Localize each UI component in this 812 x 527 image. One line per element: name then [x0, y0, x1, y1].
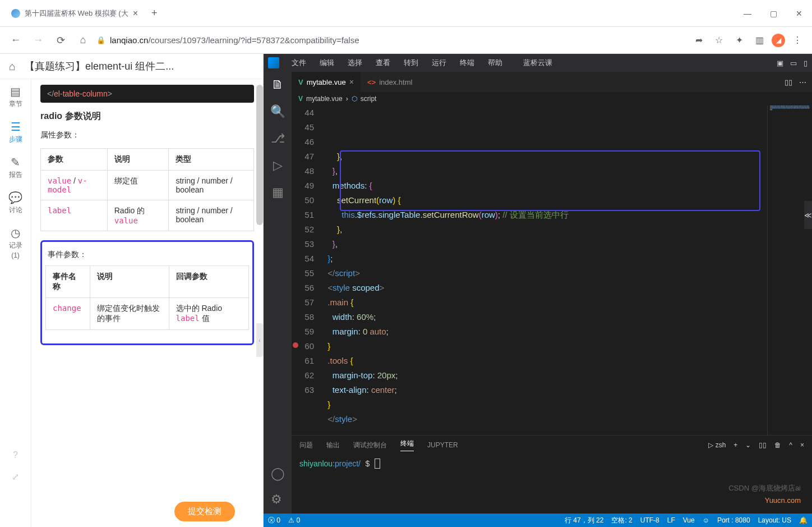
- search-icon[interactable]: 🔍: [270, 104, 285, 119]
- sidebar-item-report[interactable]: ✎报告: [9, 155, 22, 180]
- chevron-down-icon[interactable]: ⌄: [745, 441, 751, 449]
- close-icon[interactable]: ×: [133, 8, 138, 19]
- surf-extension-icon[interactable]: ◢: [772, 34, 785, 47]
- menu-icon[interactable]: ⋮: [790, 33, 805, 48]
- page-title: 【真题练习】element-ui 组件二...: [25, 59, 254, 73]
- menu-view[interactable]: 查看: [370, 56, 396, 70]
- split-editor-icon[interactable]: ▯▯: [785, 78, 792, 86]
- minimize-icon[interactable]: —: [735, 2, 760, 25]
- submit-button[interactable]: 提交检测: [174, 502, 235, 521]
- minimap[interactable]: █████ ███ ████ ██████ ███ ██ ████ ██████…: [767, 106, 812, 435]
- statusbar: ⓧ 0 ⚠ 0 行 47，列 22 空格: 2 UTF-8 LF Vue ☺ P…: [264, 514, 812, 527]
- status-feedback-icon[interactable]: ☺: [703, 516, 709, 524]
- extensions-icon[interactable]: ▦: [272, 185, 284, 200]
- term-tab-debugconsole[interactable]: 调试控制台: [353, 441, 387, 450]
- status-warnings[interactable]: ⚠ 0: [288, 516, 300, 524]
- new-terminal-icon[interactable]: +: [733, 441, 737, 449]
- bookmark-icon[interactable]: ☆: [711, 33, 727, 48]
- side-panel-icon[interactable]: ▥: [751, 33, 767, 48]
- breakpoint-dot-icon[interactable]: [293, 342, 298, 348]
- status-port[interactable]: Port : 8080: [717, 516, 750, 524]
- browser-tab[interactable]: 第十四届蓝桥杯 Web 模拟赛 (大 ×: [4, 3, 145, 24]
- new-tab-button[interactable]: +: [151, 7, 158, 19]
- status-lang[interactable]: Vue: [683, 516, 695, 524]
- collapse-handle[interactable]: ‹: [256, 323, 263, 357]
- explorer-icon[interactable]: 🗎: [271, 77, 284, 92]
- debug-icon[interactable]: ▷: [273, 158, 283, 173]
- term-tab-jupyter[interactable]: JUPYTER: [427, 441, 458, 449]
- menu-go[interactable]: 转到: [398, 56, 424, 70]
- code[interactable]: }, }, methods: { setCurrent(row) { this.…: [323, 106, 767, 435]
- left-header: ⌂ 【真题练习】element-ui 组件二...: [0, 54, 263, 79]
- account-icon[interactable]: ◯: [271, 466, 285, 481]
- terminal-cursor: [375, 459, 380, 469]
- right-collapse-handle[interactable]: ≪: [804, 201, 812, 229]
- home-icon[interactable]: ⌂: [9, 60, 16, 73]
- sidebar-item-steps[interactable]: ☰步骤: [9, 120, 22, 144]
- gear-icon[interactable]: ⚙: [271, 492, 285, 507]
- breadcrumb[interactable]: V mytable.vue › ⬡ script: [292, 92, 812, 106]
- term-tab-problems[interactable]: 问题: [299, 441, 313, 450]
- trash-icon[interactable]: 🗑: [774, 441, 781, 449]
- chat-icon: 💬: [8, 191, 22, 204]
- status-bell-icon[interactable]: 🔔: [799, 516, 808, 524]
- browser-titlebar: 第十四届蓝桥杯 Web 模拟赛 (大 × + — ▢ ✕: [0, 0, 812, 27]
- extensions-icon[interactable]: ✦: [731, 33, 747, 48]
- terminal-shell-label[interactable]: ▷ zsh: [708, 441, 726, 449]
- event-heading: 事件参数：: [48, 250, 249, 260]
- lanqiao-panel: ⌂ 【真题练习】element-ui 组件二... ▤章节 ☰步骤 ✎报告 💬讨…: [0, 54, 264, 527]
- editor: Vmytable.vue× <>index.html ▯▯ ⋯ V mytabl…: [292, 72, 812, 514]
- status-layout[interactable]: Layout: US: [758, 516, 791, 524]
- sidebar-item-chapters[interactable]: ▤章节: [9, 85, 22, 109]
- menu-edit[interactable]: 编辑: [314, 56, 340, 70]
- chevron-up-icon[interactable]: ^: [789, 441, 792, 449]
- home-icon[interactable]: ⌂: [74, 34, 92, 46]
- sidebar-item-record[interactable]: ◷记录(1): [9, 226, 22, 259]
- code-area[interactable]: 4445464748495051525354555657585960616263…: [292, 106, 812, 435]
- menu-select[interactable]: 选择: [342, 56, 368, 70]
- source-control-icon[interactable]: ⎇: [271, 131, 285, 146]
- menu-file[interactable]: 文件: [286, 56, 312, 70]
- code-snippet: </el-table-column>: [40, 85, 254, 103]
- help-icon[interactable]: ?: [13, 450, 18, 460]
- maximize-icon[interactable]: ▢: [760, 2, 786, 25]
- event-table: 事件名称说明回调参数 change绑定值变化时触发的事件选中的 Radio la…: [45, 265, 249, 330]
- tab-index-html[interactable]: <>index.html: [361, 72, 419, 92]
- layout-bottom-icon[interactable]: ▭: [790, 59, 797, 67]
- expand-icon[interactable]: ⤢: [12, 471, 19, 482]
- menu-help[interactable]: 帮助: [482, 56, 508, 70]
- forward-icon[interactable]: →: [29, 34, 47, 46]
- status-encoding[interactable]: UTF-8: [640, 516, 659, 524]
- window-controls: — ▢ ✕: [735, 2, 812, 25]
- sidebar-item-discuss[interactable]: 💬讨论: [8, 191, 22, 215]
- address-bar: ← → ⟳ ⌂ 🔒 lanqiao.cn/courses/10973/learn…: [0, 27, 812, 54]
- menu-terminal[interactable]: 终端: [454, 56, 480, 70]
- term-tab-output[interactable]: 输出: [326, 441, 340, 450]
- url-field[interactable]: 🔒 lanqiao.cn/courses/10973/learning/?id=…: [96, 35, 686, 45]
- close-window-icon[interactable]: ✕: [786, 2, 812, 25]
- status-spaces[interactable]: 空格: 2: [611, 516, 632, 525]
- pencil-icon: ✎: [11, 155, 20, 169]
- split-terminal-icon[interactable]: ▯▯: [759, 441, 767, 449]
- terminal-tabs: 问题 输出 调试控制台 终端 JUPYTER ▷ zsh + ⌄ ▯▯ 🗑 ^: [292, 436, 812, 455]
- tab-favicon: [11, 9, 20, 18]
- status-cursor[interactable]: 行 47，列 22: [565, 516, 603, 525]
- close-icon[interactable]: ×: [349, 77, 354, 86]
- close-panel-icon[interactable]: ×: [800, 441, 804, 449]
- more-icon[interactable]: ⋯: [799, 78, 806, 86]
- table-row: value / v-model绑定值string / number / bool…: [41, 171, 254, 200]
- vscode-title: 蓝桥云课: [523, 58, 552, 68]
- layout-right-icon[interactable]: ▯: [804, 59, 808, 67]
- content: ⌂ 【真题练习】element-ui 组件二... ▤章节 ☰步骤 ✎报告 💬讨…: [0, 54, 812, 527]
- status-errors[interactable]: ⓧ 0: [268, 516, 280, 525]
- menu-run[interactable]: 运行: [426, 56, 452, 70]
- tab-mytable-vue[interactable]: Vmytable.vue×: [292, 72, 361, 92]
- status-eol[interactable]: LF: [667, 516, 675, 524]
- term-tab-terminal[interactable]: 终端: [400, 439, 414, 451]
- back-icon[interactable]: ←: [7, 34, 25, 46]
- activity-bar: 🗎 🔍 ⎇ ▷ ▦ ◯ ⚙: [264, 72, 292, 514]
- share-icon[interactable]: ➦: [691, 33, 707, 48]
- reload-icon[interactable]: ⟳: [52, 34, 70, 47]
- scrollbar-thumb[interactable]: [256, 85, 263, 225]
- layout-left-icon[interactable]: ▣: [777, 59, 783, 67]
